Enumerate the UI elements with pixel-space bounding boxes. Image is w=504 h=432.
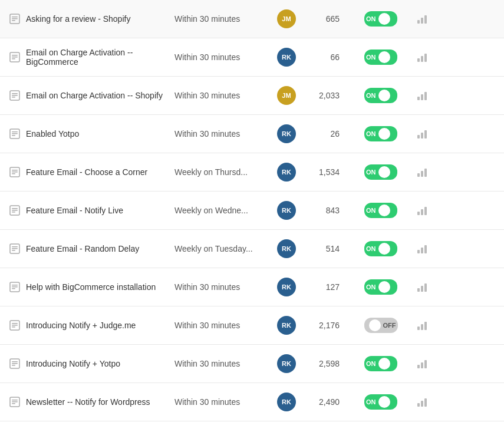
svg-rect-38 (12, 363, 18, 364)
campaign-toggle[interactable]: ON (364, 241, 397, 256)
campaign-name[interactable]: Enabled Yotpo (26, 129, 79, 138)
campaign-name-cell: Newsletter -- Notify for Wordpress (9, 397, 174, 407)
chart-bar-3 (424, 360, 427, 368)
svg-rect-23 (12, 212, 15, 213)
campaign-toggle[interactable]: ON (364, 11, 397, 27)
svg-rect-33 (12, 323, 18, 324)
toggle-knob (378, 396, 390, 408)
campaign-avatar-cell: RK (269, 354, 304, 373)
chart-bar-2 (421, 171, 423, 177)
chart-bar-3 (424, 130, 427, 138)
toggle-knob (378, 128, 390, 140)
campaign-avatar-cell: RK (269, 48, 304, 67)
campaign-name[interactable]: Email on Charge Activation -- Shopify (26, 91, 163, 100)
avatar: RK (277, 239, 296, 258)
campaign-name[interactable]: Newsletter -- Notify for Wordpress (26, 397, 150, 407)
toggle-label: ON (366, 398, 376, 405)
campaign-count: 2,176 (304, 321, 351, 330)
campaign-schedule: Weekly on Wedne... (174, 206, 269, 215)
chart-icon[interactable] (417, 206, 427, 215)
campaign-toggle[interactable]: ON (364, 50, 397, 65)
chart-bar-1 (417, 365, 420, 368)
campaign-chart-cell (410, 14, 434, 24)
chart-bar-3 (424, 15, 427, 24)
campaign-schedule: Within 30 minutes (174, 397, 269, 407)
campaign-avatar-cell: RK (269, 316, 304, 335)
chart-icon[interactable] (417, 91, 427, 100)
campaign-schedule: Within 30 minutes (174, 14, 269, 24)
campaign-count: 2,490 (304, 397, 351, 407)
chart-bar-2 (421, 248, 423, 253)
svg-rect-5 (12, 55, 18, 56)
campaign-name-cell: Enabled Yotpo (9, 128, 174, 139)
campaign-name[interactable]: Feature Email - Choose a Corner (26, 167, 147, 177)
campaign-schedule: Within 30 minutes (174, 321, 269, 330)
svg-rect-18 (12, 172, 18, 173)
campaign-count: 26 (304, 129, 351, 138)
campaign-chart-cell (410, 359, 434, 368)
campaign-name[interactable]: Introducing Notify + Yotpo (26, 359, 120, 368)
chart-icon[interactable] (417, 52, 427, 62)
campaign-icon (9, 358, 20, 369)
campaign-name[interactable]: Help with BigCommerce installation (26, 282, 156, 292)
campaign-toggle[interactable]: OFF (364, 318, 398, 333)
chart-bar-1 (417, 288, 420, 292)
avatar: RK (277, 393, 296, 411)
chart-icon[interactable] (417, 244, 427, 253)
chart-bar-1 (417, 58, 420, 62)
chart-bar-3 (424, 169, 427, 177)
campaigns-table: Asking for a review - Shopify Within 30 … (0, 0, 504, 421)
campaign-name[interactable]: Feature Email - Random Delay (26, 244, 139, 253)
svg-rect-15 (12, 135, 15, 136)
avatar: RK (277, 124, 296, 143)
campaign-toggle[interactable]: ON (364, 164, 397, 180)
svg-rect-31 (12, 288, 15, 289)
svg-rect-6 (12, 57, 18, 58)
campaign-name-cell: Feature Email - Random Delay (9, 243, 174, 254)
campaign-avatar-cell: RK (269, 239, 304, 258)
campaign-name[interactable]: Feature Email - Notify Live (26, 206, 123, 215)
svg-rect-13 (12, 131, 18, 133)
campaign-name[interactable]: Introducing Notify + Judge.me (26, 321, 136, 330)
svg-rect-17 (12, 170, 18, 171)
chart-bar-2 (421, 401, 423, 407)
chart-bar-1 (417, 20, 420, 24)
toggle-knob (378, 243, 390, 255)
chart-icon[interactable] (417, 359, 427, 368)
campaign-name[interactable]: Email on Charge Activation -- BigCommerc… (26, 48, 174, 67)
svg-rect-29 (12, 285, 18, 286)
campaign-toggle-cell: ON (351, 126, 410, 141)
svg-rect-22 (12, 210, 18, 211)
campaign-toggle[interactable]: ON (364, 356, 397, 371)
campaign-icon (9, 167, 20, 177)
campaign-chart-cell (410, 244, 434, 253)
chart-icon[interactable] (417, 167, 427, 177)
chart-bar-1 (417, 135, 420, 138)
campaign-toggle-cell: ON (351, 279, 410, 295)
avatar: RK (277, 201, 296, 220)
campaign-name[interactable]: Asking for a review - Shopify (26, 14, 130, 24)
chart-icon[interactable] (417, 14, 427, 24)
table-row: Feature Email - Notify Live Weekly on We… (0, 192, 504, 230)
campaign-count: 2,033 (304, 91, 351, 100)
campaign-avatar-cell: JM (269, 9, 304, 28)
chart-icon[interactable] (417, 129, 427, 138)
campaign-schedule: Weekly on Thursd... (174, 167, 269, 177)
campaign-toggle[interactable]: ON (364, 88, 397, 103)
chart-icon[interactable] (417, 282, 427, 292)
campaign-avatar-cell: JM (269, 86, 304, 105)
chart-icon[interactable] (417, 321, 427, 330)
campaign-chart-cell (410, 129, 434, 138)
toggle-knob (369, 319, 381, 331)
chart-icon[interactable] (417, 397, 427, 407)
campaign-toggle-cell: ON (351, 356, 410, 371)
chart-bar-2 (421, 324, 423, 330)
campaign-toggle[interactable]: ON (364, 279, 397, 295)
svg-rect-41 (12, 400, 18, 401)
campaign-toggle[interactable]: ON (364, 394, 397, 410)
campaign-icon (9, 205, 20, 216)
chart-bar-2 (421, 18, 423, 24)
campaign-toggle[interactable]: ON (364, 203, 397, 218)
campaign-toggle[interactable]: ON (364, 126, 397, 141)
toggle-label: ON (366, 130, 376, 137)
